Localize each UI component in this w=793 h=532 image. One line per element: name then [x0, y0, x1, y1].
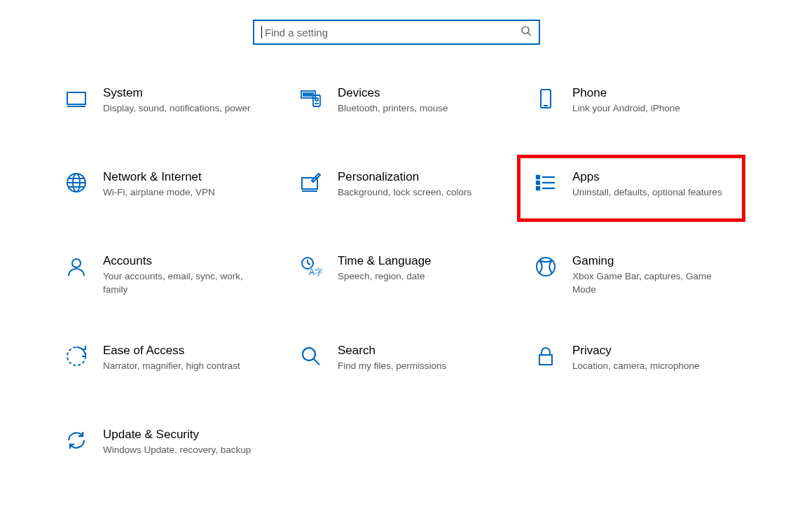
- tile-title: Personalization: [338, 169, 471, 185]
- tile-desc: Wi-Fi, airplane mode, VPN: [103, 186, 215, 200]
- network-icon: [62, 169, 90, 195]
- search-icon: [520, 25, 532, 39]
- svg-point-32: [303, 348, 315, 360]
- tile-desc: Location, camera, microphone: [572, 360, 700, 373]
- tile-desc: Narrator, magnifier, high contrast: [103, 360, 240, 373]
- svg-rect-21: [537, 181, 539, 184]
- svg-rect-2: [67, 92, 85, 104]
- svg-line-1: [528, 33, 531, 36]
- tile-title: Gaming: [572, 253, 731, 269]
- ease-of-access-icon: [62, 343, 90, 368]
- tile-title: Search: [338, 343, 446, 358]
- tile-title: Privacy: [572, 343, 700, 358]
- tile-title: Time & Language: [338, 253, 432, 269]
- svg-line-33: [314, 359, 319, 365]
- tile-time-language[interactable]: A字 Time & Language Speech, region, date: [291, 248, 502, 302]
- svg-point-0: [522, 27, 529, 34]
- tile-title: Apps: [572, 169, 722, 185]
- tile-apps[interactable]: Apps Uninstall, defaults, optional featu…: [526, 164, 736, 213]
- tile-title: Network & Internet: [103, 169, 215, 185]
- tile-system[interactable]: System Display, sound, notifications, po…: [57, 80, 267, 129]
- text-caret: [261, 26, 262, 38]
- svg-point-31: [537, 258, 555, 276]
- svg-point-26: [72, 259, 81, 267]
- tile-desc: Windows Update, recovery, backup: [103, 444, 251, 457]
- update-security-icon: [62, 427, 90, 452]
- gaming-icon: [532, 253, 560, 279]
- apps-icon: [532, 169, 560, 195]
- tile-desc: Xbox Game Bar, captures, Game Mode: [572, 270, 731, 297]
- tile-devices[interactable]: Devices Bluetooth, printers, mouse: [291, 80, 502, 129]
- settings-grid: System Display, sound, notifications, po…: [0, 80, 793, 470]
- phone-icon: [532, 85, 560, 111]
- search-input[interactable]: [263, 26, 520, 39]
- tile-title: Ease of Access: [103, 343, 240, 358]
- tile-title: Update & Security: [103, 427, 251, 442]
- tile-desc: Speech, region, date: [338, 270, 432, 284]
- tile-accounts[interactable]: Accounts Your accounts, email, sync, wor…: [57, 248, 267, 302]
- privacy-icon: [532, 343, 560, 368]
- tile-title: Devices: [338, 85, 448, 101]
- svg-rect-22: [537, 187, 539, 190]
- tile-privacy[interactable]: Privacy Location, camera, microphone: [526, 337, 736, 386]
- svg-rect-34: [539, 355, 552, 365]
- tile-phone[interactable]: Phone Link your Android, iPhone: [526, 80, 736, 129]
- tile-desc: Link your Android, iPhone: [572, 102, 680, 115]
- tile-title: Accounts: [103, 253, 261, 269]
- tile-search[interactable]: Search Find my files, permissions: [291, 337, 502, 386]
- tile-update-security[interactable]: Update & Security Windows Update, recove…: [57, 421, 267, 470]
- tile-title: System: [103, 85, 251, 101]
- svg-line-29: [308, 263, 310, 265]
- personalization-icon: [297, 169, 325, 195]
- tile-personalization[interactable]: Personalization Background, lock screen,…: [291, 164, 502, 213]
- tile-desc: Your accounts, email, sync, work, family: [103, 270, 261, 297]
- tile-network[interactable]: Network & Internet Wi-Fi, airplane mode,…: [57, 164, 267, 213]
- search-tile-icon: [297, 343, 325, 368]
- system-icon: [62, 85, 90, 111]
- tile-desc: Display, sound, notifications, power: [103, 102, 251, 115]
- svg-rect-20: [537, 176, 539, 178]
- devices-icon: [297, 85, 325, 111]
- tile-desc: Uninstall, defaults, optional features: [572, 186, 722, 200]
- time-language-icon: A字: [297, 253, 325, 279]
- search-box[interactable]: [253, 20, 540, 45]
- tile-desc: Find my files, permissions: [338, 360, 446, 373]
- tile-ease-of-access[interactable]: Ease of Access Narrator, magnifier, high…: [57, 337, 267, 386]
- tile-desc: Background, lock screen, colors: [338, 186, 471, 200]
- tile-desc: Bluetooth, printers, mouse: [338, 102, 448, 115]
- tile-gaming[interactable]: Gaming Xbox Game Bar, captures, Game Mod…: [526, 248, 736, 302]
- svg-text:A字: A字: [309, 267, 323, 277]
- tile-title: Phone: [572, 85, 680, 101]
- accounts-icon: [62, 253, 90, 279]
- svg-point-9: [315, 98, 318, 101]
